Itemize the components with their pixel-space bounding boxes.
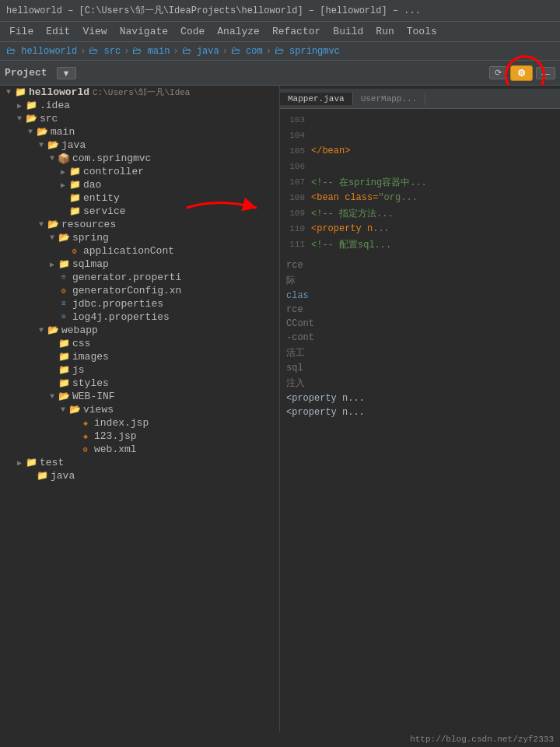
tree-webapp[interactable]: ▼ 📂 webapp xyxy=(0,324,279,337)
tree-jdbc-prop[interactable]: ▶ ≡ jdbc.properties xyxy=(0,297,279,310)
menu-tools[interactable]: Tools xyxy=(401,24,443,39)
prop-icon: ≡ xyxy=(58,299,70,310)
folder-icon: 📁 xyxy=(14,87,26,98)
folder-icon: 📁 xyxy=(58,352,70,363)
breadcrumb-helloworld[interactable]: 🗁 helloworld xyxy=(6,45,77,57)
package-icon: 📦 xyxy=(58,153,70,164)
tree-css[interactable]: ▶ 📁 css xyxy=(0,337,279,350)
jsp-icon: ◈ xyxy=(79,431,92,442)
tree-views[interactable]: ▼ 📂 views xyxy=(0,403,279,416)
folder-icon: 📂 xyxy=(47,325,59,336)
tree-images[interactable]: ▶ 📁 images xyxy=(0,350,279,363)
breadcrumb-src[interactable]: 🗁 src xyxy=(89,45,121,57)
dropdown-btn[interactable]: ▼ xyxy=(57,67,76,79)
breadcrumb-java[interactable]: 🗁 java xyxy=(182,45,219,57)
tree-com-springmvc[interactable]: ▼ 📦 com.springmvc xyxy=(0,152,279,165)
menu-build[interactable]: Build xyxy=(327,24,369,39)
tree-log4j-prop[interactable]: ▶ ≡ log4j.properties xyxy=(0,310,279,324)
tree-dao[interactable]: ▶ 📁 dao xyxy=(0,178,279,191)
sync-btn[interactable]: ⟳ xyxy=(489,66,507,79)
tree-item-label: entity xyxy=(83,192,120,204)
tree-entity[interactable]: ▶ 📁 entity xyxy=(0,191,279,205)
right-label-huogong: 活工 xyxy=(283,345,560,361)
folder-icon: 📁 xyxy=(58,259,70,270)
code-line: 108 <bean class="org... xyxy=(280,190,560,205)
right-label-clas: clas xyxy=(283,289,560,303)
tree-item-label: WEB-INF xyxy=(72,391,115,402)
folder-icon: 📂 xyxy=(58,391,70,402)
jsp-icon: ◈ xyxy=(79,418,92,429)
menu-file[interactable]: File xyxy=(3,24,40,39)
tree-generatorconfig[interactable]: ▶ ⚙ generatorConfig.xn xyxy=(0,284,279,297)
tree-item-label: dao xyxy=(83,179,101,191)
tab-usermapper[interactable]: UserMapp... xyxy=(353,93,426,105)
tree-spring[interactable]: ▼ 📂 spring xyxy=(0,231,279,244)
project-panel: ▼ 📁 helloworld C:\Users\邹一凡\Idea ▶ 📁 .id… xyxy=(0,86,280,731)
tree-item-label: 123.jsp xyxy=(94,430,137,442)
menu-bar: File Edit View Navigate Code Analyze Ref… xyxy=(0,22,560,42)
tree-js[interactable]: ▶ 📁 js xyxy=(0,363,279,377)
tree-123-jsp[interactable]: ▶ ◈ 123.jsp xyxy=(0,430,279,443)
folder-icon: 📁 xyxy=(68,193,81,204)
tree-item-label: views xyxy=(83,404,114,416)
tree-sqlmap[interactable]: ▶ 📁 sqlmap xyxy=(0,258,279,271)
tree-src[interactable]: ▼ 📂 src xyxy=(0,112,279,125)
folder-icon: 📂 xyxy=(58,233,70,244)
tree-item-label: .idea xyxy=(40,100,70,111)
tree-item-label: service xyxy=(83,205,126,217)
tree-index-jsp[interactable]: ▶ ◈ index.jsp xyxy=(0,416,279,430)
code-line: 105 </bean> xyxy=(280,143,560,159)
code-line: 103 xyxy=(280,112,560,128)
tree-generator-prop[interactable]: ▶ ≡ generator.properti xyxy=(0,271,279,284)
code-line: 106 xyxy=(280,159,560,174)
breadcrumb-main[interactable]: 🗁 main xyxy=(132,45,170,57)
tree-item-label: src xyxy=(40,113,58,124)
tree-web-xml[interactable]: ▶ ⚙ web.xml xyxy=(0,443,279,456)
menu-analyze[interactable]: Analyze xyxy=(211,24,266,39)
tree-idea[interactable]: ▶ 📁 .idea xyxy=(0,99,279,112)
code-line: 109 <!-- 指定方法... xyxy=(280,205,560,221)
tree-item-label: applicationCont xyxy=(83,245,174,257)
tree-service[interactable]: ▶ 📁 service xyxy=(0,205,279,218)
xml-icon: ⚙ xyxy=(58,286,70,296)
tree-main[interactable]: ▼ 📂 main xyxy=(0,125,279,139)
tree-controller[interactable]: ▶ 📁 controller xyxy=(0,165,279,178)
tree-root[interactable]: ▼ 📁 helloworld C:\Users\邹一凡\Idea xyxy=(0,86,279,99)
folder-icon: 📁 xyxy=(58,378,70,389)
tree-webinf[interactable]: ▼ 📂 WEB-INF xyxy=(0,390,279,403)
folder-java-icon: 📁 xyxy=(36,471,48,482)
folder-icon: 📁 xyxy=(68,167,81,177)
menu-code[interactable]: Code xyxy=(174,24,211,39)
breadcrumb-springmvc[interactable]: 🗁 springmvc xyxy=(275,45,340,57)
tree-java[interactable]: ▼ 📂 java xyxy=(0,139,279,152)
tree-item-label: test xyxy=(40,457,64,468)
toolbar: Project ▼ ⟳ ⚙ — xyxy=(0,61,560,86)
tree-item-label: sqlmap xyxy=(72,258,109,270)
menu-edit[interactable]: Edit xyxy=(40,24,76,39)
xml-icon: ⚙ xyxy=(79,444,92,455)
tree-item-label: generatorConfig.xn xyxy=(72,285,181,296)
code-line: 110 <property n... xyxy=(280,221,560,237)
folder-icon: 📂 xyxy=(36,127,48,138)
gear-settings-btn[interactable]: ⚙ xyxy=(510,65,533,81)
tree-item-label: css xyxy=(72,338,90,349)
prop-icon: ≡ xyxy=(58,272,70,283)
tree-root-label: helloworld xyxy=(29,86,89,98)
tab-mapper[interactable]: Mapper.java xyxy=(280,93,353,105)
tree-item-label: controller xyxy=(83,166,144,177)
tree-java2[interactable]: ▶ 📁 java xyxy=(0,469,279,482)
menu-refactor[interactable]: Refactor xyxy=(266,24,327,39)
xml-icon: ⚙ xyxy=(68,246,81,257)
menu-run[interactable]: Run xyxy=(369,24,400,39)
menu-navigate[interactable]: Navigate xyxy=(114,24,174,39)
tree-applicationcont[interactable]: ▶ ⚙ applicationCont xyxy=(0,244,279,258)
tree-resources[interactable]: ▼ 📂 resources xyxy=(0,218,279,231)
menu-view[interactable]: View xyxy=(76,24,113,39)
tree-item-label: generator.properti xyxy=(72,272,181,283)
tree-test[interactable]: ▶ 📁 test xyxy=(0,456,279,469)
right-label-cont: -cont xyxy=(283,331,560,345)
right-label-property: <property n... xyxy=(283,391,560,405)
tree-styles[interactable]: ▶ 📁 styles xyxy=(0,377,279,390)
hide-btn[interactable]: — xyxy=(536,67,555,79)
breadcrumb-com[interactable]: 🗁 com xyxy=(231,45,263,57)
